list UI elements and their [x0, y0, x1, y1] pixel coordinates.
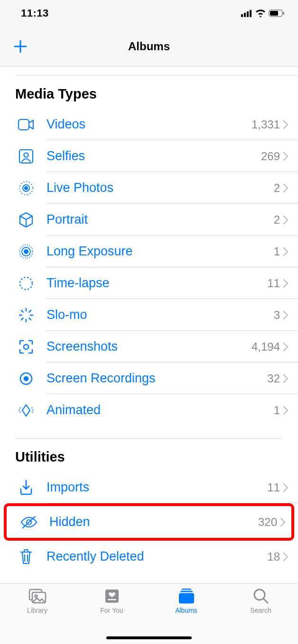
row-count: 11: [267, 277, 280, 290]
plus-icon: [13, 39, 28, 54]
tab-albums[interactable]: Albums: [149, 588, 224, 644]
add-button[interactable]: [0, 39, 41, 54]
row-label: Time-lapse: [47, 276, 267, 290]
tab-library[interactable]: Library: [0, 588, 74, 644]
import-icon: [15, 480, 37, 496]
svg-rect-1: [244, 13, 246, 17]
row-live-photos[interactable]: Live Photos 2: [0, 172, 298, 204]
svg-rect-6: [283, 12, 285, 15]
tab-label: Search: [250, 607, 271, 614]
status-bar: 11:13: [0, 0, 298, 27]
svg-point-14: [24, 250, 28, 254]
row-screenshots[interactable]: Screenshots 4,194: [0, 331, 298, 363]
live-photo-icon: [15, 180, 37, 196]
svg-rect-8: [19, 150, 33, 163]
chevron-right-icon: [283, 310, 289, 320]
record-icon: [15, 371, 37, 386]
row-count: 269: [261, 150, 280, 163]
status-indicators: [241, 9, 285, 17]
row-selfies[interactable]: Selfies 269: [0, 140, 298, 172]
cellular-icon: [241, 9, 252, 17]
row-label: Imports: [47, 480, 267, 495]
home-indicator[interactable]: [106, 636, 192, 639]
chevron-right-icon: [283, 342, 289, 352]
row-slomo[interactable]: Slo-mo 3: [0, 299, 298, 331]
chevron-right-icon: [283, 152, 289, 161]
section-header-utilities: Utilities: [0, 439, 298, 472]
row-count: 3: [274, 308, 280, 322]
row-count: 4,194: [251, 340, 280, 354]
chevron-right-icon: [283, 120, 289, 129]
chevron-right-icon: [283, 247, 289, 256]
svg-line-20: [29, 318, 31, 320]
svg-point-16: [20, 277, 32, 290]
chevron-right-icon: [283, 483, 289, 492]
row-label: Selfies: [47, 149, 261, 163]
row-label: Screenshots: [47, 339, 251, 354]
screenshot-icon: [15, 339, 37, 354]
page-title: Albums: [0, 40, 298, 53]
svg-line-24: [21, 310, 23, 312]
row-count: 320: [258, 516, 277, 529]
row-animated[interactable]: Animated 1: [0, 394, 298, 426]
row-label: Long Exposure: [47, 244, 274, 259]
row-screen-recordings[interactable]: Screen Recordings 32: [0, 363, 298, 394]
svg-rect-2: [247, 11, 249, 17]
tab-label: Library: [27, 607, 47, 614]
trash-icon: [15, 549, 37, 565]
row-imports[interactable]: Imports 11: [0, 472, 298, 503]
chevron-right-icon: [283, 552, 289, 562]
row-count: 1,331: [251, 118, 280, 131]
tab-search[interactable]: Search: [224, 588, 298, 644]
svg-point-25: [24, 345, 28, 349]
highlight-hidden: Hidden 320: [4, 503, 294, 541]
chevron-right-icon: [280, 517, 286, 527]
wifi-icon: [255, 9, 266, 17]
row-label: Recently Deleted: [47, 549, 267, 564]
chevron-right-icon: [283, 279, 289, 288]
svg-rect-37: [179, 593, 194, 604]
svg-line-39: [264, 599, 268, 603]
svg-rect-35: [182, 589, 191, 590]
video-icon: [15, 118, 37, 131]
selfie-icon: [15, 149, 37, 164]
row-count: 1: [274, 245, 280, 258]
tab-label: Albums: [175, 607, 197, 614]
row-label: Screen Recordings: [47, 371, 267, 386]
albums-icon: [177, 588, 196, 605]
svg-point-11: [25, 187, 28, 190]
row-label: Hidden: [49, 515, 258, 529]
row-long-exposure[interactable]: Long Exposure 1: [0, 236, 298, 267]
row-label: Videos: [47, 117, 251, 132]
row-hidden[interactable]: Hidden 320: [7, 506, 291, 538]
svg-line-18: [29, 310, 31, 312]
chevron-right-icon: [283, 406, 289, 415]
tab-for-you[interactable]: For You: [74, 588, 149, 644]
row-videos[interactable]: Videos 1,331: [0, 109, 298, 140]
row-time-lapse[interactable]: Time-lapse 11: [0, 267, 298, 299]
for-you-icon: [103, 588, 121, 605]
svg-point-38: [254, 590, 265, 600]
row-portrait[interactable]: Portrait 2: [0, 204, 298, 236]
status-time: 11:13: [21, 7, 49, 19]
svg-point-9: [24, 153, 28, 157]
timelapse-icon: [15, 275, 37, 291]
hidden-eye-icon: [18, 516, 40, 529]
search-icon: [252, 588, 270, 605]
row-label: Portrait: [47, 212, 274, 227]
svg-rect-3: [250, 10, 251, 17]
svg-rect-34: [108, 599, 116, 600]
row-count: 2: [274, 213, 280, 227]
nav-bar: Albums: [0, 27, 298, 66]
battery-icon: [269, 9, 285, 17]
svg-rect-36: [180, 591, 193, 592]
row-count: 1: [274, 404, 280, 417]
chevron-right-icon: [283, 374, 289, 383]
row-recently-deleted[interactable]: Recently Deleted 18: [0, 541, 298, 572]
content-area: Media Types Videos 1,331 Selfies 269 Liv…: [0, 66, 298, 583]
section-header-media-types: Media Types: [0, 76, 298, 109]
chevron-right-icon: [283, 183, 289, 193]
svg-point-27: [24, 377, 28, 381]
animated-icon: [15, 403, 37, 418]
slomo-icon: [15, 307, 37, 323]
